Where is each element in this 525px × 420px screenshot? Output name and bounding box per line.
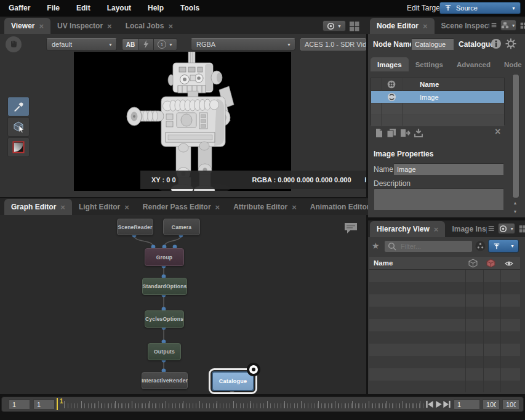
close-icon[interactable]: × — [292, 203, 297, 211]
target-icon — [327, 22, 335, 30]
node-camera[interactable]: Camera — [163, 219, 200, 235]
tab-menu-icon[interactable] — [488, 225, 494, 232]
close-icon[interactable]: × — [107, 22, 112, 30]
subtab-node-label: Node — [504, 61, 522, 68]
image-name-input[interactable] — [393, 163, 504, 176]
close-icon[interactable]: × — [60, 203, 65, 211]
scrollbar-thumb[interactable] — [512, 74, 519, 198]
compare-image-dropdown[interactable]: 1 ▼ — [154, 38, 177, 50]
play-icon[interactable] — [435, 400, 443, 409]
menu-help[interactable]: Help — [148, 4, 164, 12]
display-transform-button[interactable]: ACES 1.0 - SDR Video — [300, 38, 366, 50]
tab-uv-inspector[interactable]: UV Inspector × — [50, 18, 119, 34]
node-connections — [0, 215, 366, 394]
edit-scope-dropdown[interactable]: ▼ — [488, 240, 519, 252]
timeline-frame-field[interactable] — [454, 399, 480, 410]
pan-tool-button[interactable] — [6, 36, 22, 52]
import-image-icon[interactable] — [414, 128, 423, 138]
close-icon[interactable]: × — [434, 225, 439, 233]
node-standardoptions[interactable]: StandardOptions — [142, 278, 187, 295]
geometry-cube-icon[interactable] — [468, 259, 478, 268]
node-scenereader[interactable]: SceneReader — [117, 219, 153, 235]
menu-file[interactable]: File — [47, 4, 60, 12]
node-group[interactable]: Group — [145, 248, 184, 266]
filter-input[interactable] — [399, 242, 467, 251]
remove-image-icon[interactable]: × — [495, 126, 500, 137]
annotation-icon[interactable] — [343, 222, 358, 235]
crop-window-tool-button[interactable] — [7, 137, 30, 157]
image-description-input[interactable] — [374, 188, 504, 211]
lightning-icon — [143, 40, 150, 49]
tab-viewer[interactable]: Viewer × — [4, 18, 50, 34]
search-icon — [388, 242, 396, 251]
image-row-selected[interactable]: Image — [371, 91, 504, 103]
menu-layout[interactable]: Layout — [107, 4, 131, 12]
tab-scene-inspector[interactable]: Scene Inspector — [435, 18, 491, 34]
render-cube-icon[interactable] — [486, 259, 495, 268]
tab-menu-icon[interactable] — [491, 22, 497, 29]
node-cyclesoptions[interactable]: CyclesOptions — [145, 310, 184, 328]
subtab-advanced[interactable]: Advanced — [450, 57, 497, 71]
layout-grid-icon[interactable] — [519, 224, 525, 234]
tab-image-inspector[interactable]: Image Inspector — [445, 221, 488, 237]
menu-gaffer[interactable]: Gaffer — [9, 4, 30, 12]
timeline-end-display-field[interactable] — [502, 399, 519, 410]
bookmark-star-icon[interactable]: ★ — [372, 241, 380, 251]
image-row-empty[interactable] — [371, 103, 504, 115]
tab-render-pass-editor[interactable]: Render Pass Editor × — [136, 199, 226, 215]
channel-select-dropdown[interactable]: RGBA ▼ — [191, 38, 295, 50]
skip-to-end-icon[interactable] — [443, 400, 451, 409]
duplicate-image-icon[interactable] — [387, 128, 396, 138]
visibility-eye-icon[interactable] — [504, 260, 514, 267]
hierarchy-focus-dropdown[interactable]: ▼ — [498, 223, 516, 234]
tab-local-jobs[interactable]: Local Jobs × — [119, 18, 180, 34]
edit-target-dropdown[interactable]: Source ▼ — [439, 2, 521, 14]
new-image-icon[interactable] — [374, 128, 384, 138]
menu-edit[interactable]: Edit — [76, 4, 90, 12]
pin-icon — [444, 4, 452, 12]
playhead[interactable] — [57, 398, 58, 410]
select-tool-button[interactable] — [7, 117, 30, 137]
layout-grid-icon[interactable] — [520, 20, 525, 31]
chevron-down-icon: ▼ — [337, 24, 342, 28]
timeline-current-frame-field[interactable] — [33, 399, 55, 410]
view-select-dropdown[interactable]: default ▼ — [46, 38, 117, 50]
subtab-node[interactable]: Node — [497, 57, 525, 71]
node-name-input[interactable] — [411, 38, 454, 50]
graph-editor-canvas[interactable]: SceneReader Camera Group StandardOptions… — [0, 215, 366, 394]
scroll-down-button[interactable]: ▼ — [512, 208, 518, 216]
info-icon[interactable] — [491, 38, 502, 49]
scroll-up-button[interactable]: ▲ — [512, 199, 518, 207]
close-icon[interactable]: × — [215, 203, 220, 211]
tab-light-editor[interactable]: Light Editor × — [72, 199, 136, 215]
node-interactiverender[interactable]: InteractiveRender — [142, 372, 188, 389]
images-table-header: Name — [371, 78, 504, 91]
color-picker-tool-button[interactable] — [7, 97, 30, 116]
editor-focus-dropdown[interactable]: ▼ — [500, 20, 516, 31]
close-icon[interactable]: × — [423, 22, 428, 30]
viewer-target-dropdown[interactable]: ▼ — [323, 20, 346, 31]
subtab-images[interactable]: Images — [371, 57, 409, 71]
timeline-start-frame-field[interactable] — [9, 399, 30, 410]
tab-node-editor[interactable]: Node Editor × — [370, 18, 435, 34]
ab-compare-button[interactable]: AB — [122, 38, 139, 50]
hierarchy-rows[interactable] — [369, 270, 520, 392]
close-icon[interactable]: × — [39, 22, 44, 30]
menu-tools[interactable]: Tools — [180, 4, 199, 12]
close-icon[interactable]: × — [168, 22, 173, 30]
filter-settings-icon[interactable] — [475, 241, 486, 251]
tab-graph-editor[interactable]: Graph Editor × — [4, 199, 72, 215]
gear-icon[interactable] — [505, 38, 516, 49]
skip-to-start-icon[interactable] — [425, 400, 434, 409]
export-image-icon[interactable] — [400, 128, 411, 138]
node-outputs[interactable]: Outputs — [148, 343, 181, 360]
subtab-settings[interactable]: Settings — [409, 57, 450, 71]
wipe-button[interactable] — [139, 38, 154, 50]
timeline-end-frame-field[interactable] — [483, 399, 500, 410]
node-catalogue[interactable]: Catalogue — [212, 371, 254, 391]
layout-grid-icon[interactable] — [349, 21, 359, 31]
close-icon[interactable]: × — [124, 203, 129, 211]
tab-hierarchy-view[interactable]: Hierarchy View × — [370, 221, 445, 237]
tab-attribute-editor[interactable]: Attribute Editor × — [226, 199, 303, 215]
image-row-empty[interactable] — [371, 115, 504, 126]
